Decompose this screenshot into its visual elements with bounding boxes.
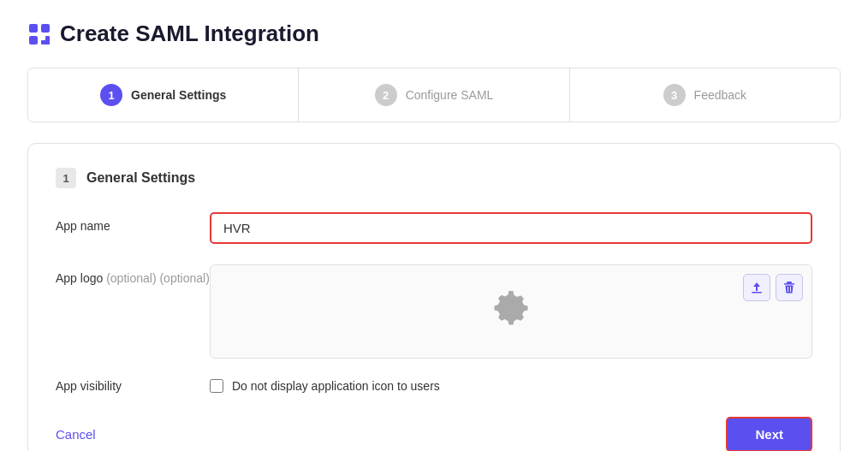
app-visibility-row: App visibility Do not display applicatio… bbox=[56, 379, 812, 393]
cancel-button[interactable]: Cancel bbox=[56, 427, 96, 442]
form-footer: Cancel Next bbox=[56, 417, 812, 451]
steps-bar: 1 General Settings 2 Configure SAML 3 Fe… bbox=[27, 68, 841, 122]
step-feedback[interactable]: 3 Feedback bbox=[570, 68, 840, 122]
form-card: 1 General Settings App name App logo (op… bbox=[27, 143, 841, 451]
step-label-3: Feedback bbox=[694, 88, 746, 102]
upload-button[interactable] bbox=[743, 274, 770, 301]
step-general-settings[interactable]: 1 General Settings bbox=[28, 68, 299, 122]
visibility-text: Do not display application icon to users bbox=[232, 379, 440, 393]
logo-upload-actions bbox=[743, 274, 803, 301]
step-number-3: 3 bbox=[663, 84, 686, 106]
app-logo-optional: (optional) bbox=[106, 271, 156, 285]
app-name-input[interactable] bbox=[210, 212, 812, 244]
visibility-field: Do not display application icon to users bbox=[210, 379, 440, 393]
logo-upload-area bbox=[210, 264, 812, 359]
app-name-row: App name bbox=[56, 212, 812, 244]
svg-rect-5 bbox=[752, 292, 762, 294]
form-card-step-badge: 1 bbox=[56, 168, 76, 188]
svg-rect-0 bbox=[29, 24, 38, 33]
visibility-checkbox[interactable] bbox=[210, 379, 223, 393]
visibility-label: App visibility bbox=[56, 379, 210, 393]
app-name-label: App name bbox=[56, 212, 210, 233]
svg-rect-7 bbox=[784, 283, 794, 285]
svg-rect-1 bbox=[41, 24, 50, 33]
app-logo-row: App logo (optional) (optional) bbox=[56, 264, 812, 359]
app-logo-field bbox=[210, 264, 812, 359]
page-title: Create SAML Integration bbox=[27, 21, 841, 47]
grid-plus-icon bbox=[27, 22, 51, 46]
svg-rect-6 bbox=[787, 282, 792, 283]
form-card-title: General Settings bbox=[86, 170, 195, 186]
upload-icon bbox=[750, 281, 764, 294]
app-name-field bbox=[210, 212, 812, 244]
step-configure-saml[interactable]: 2 Configure SAML bbox=[299, 68, 569, 122]
step-number-1: 1 bbox=[100, 84, 122, 106]
svg-rect-4 bbox=[41, 40, 50, 45]
next-button[interactable]: Next bbox=[726, 417, 812, 451]
delete-button[interactable] bbox=[776, 274, 803, 301]
default-logo-icon bbox=[490, 286, 532, 337]
app-logo-label: App logo (optional) (optional) bbox=[56, 264, 210, 285]
trash-icon bbox=[782, 281, 796, 294]
step-label-2: Configure SAML bbox=[406, 88, 494, 102]
svg-rect-2 bbox=[29, 36, 38, 45]
step-number-2: 2 bbox=[375, 84, 397, 106]
step-label-1: General Settings bbox=[131, 88, 226, 102]
form-card-header: 1 General Settings bbox=[56, 168, 812, 188]
